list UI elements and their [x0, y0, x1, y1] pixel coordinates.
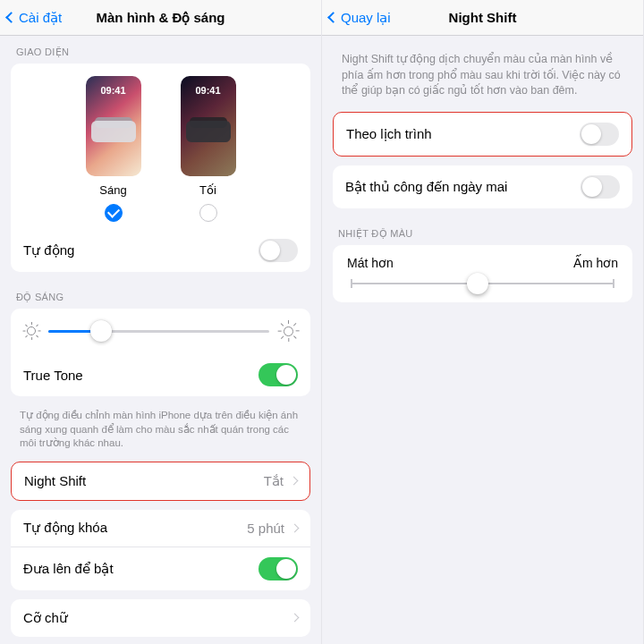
nav-bar: Quay lại Night Shift: [322, 0, 643, 36]
preview-dark: 09:41: [181, 76, 236, 176]
section-temperature-header: NHIỆT ĐỘ MÀU: [322, 217, 643, 245]
truetone-footnote: Tự động điều chỉnh màn hình iPhone dựa t…: [0, 405, 321, 462]
truetone-row[interactable]: True Tone: [11, 353, 310, 396]
scheduled-row[interactable]: Theo lịch trình: [334, 113, 631, 156]
temperature-slider[interactable]: [351, 283, 614, 284]
chevron-right-icon: [290, 477, 299, 486]
appearance-card: 09:41 Sáng 09:41 Tối: [11, 64, 310, 272]
nightshift-value: Tắt: [264, 473, 284, 489]
preview-time: 09:41: [181, 85, 236, 96]
nightshift-label: Night Shift: [24, 473, 86, 488]
display-brightness-pane: Cài đặt Màn hình & Độ sáng GIAO DIỆN 09:…: [0, 0, 322, 644]
appearance-option-dark[interactable]: 09:41 Tối: [181, 76, 236, 222]
auto-appearance-row[interactable]: Tự động: [11, 229, 310, 272]
scheduled-toggle[interactable]: [580, 123, 619, 146]
temperature-card: Mát hơn Ấm hơn: [333, 245, 632, 302]
textsize-label: Cỡ chữ: [23, 610, 68, 626]
truetone-label: True Tone: [23, 368, 83, 383]
manual-row[interactable]: Bật thủ công đến ngày mai: [333, 165, 632, 208]
textsize-row[interactable]: Cỡ chữ: [11, 599, 310, 637]
temperature-thumb[interactable]: [467, 273, 488, 294]
nightshift-row[interactable]: Night Shift Tắt: [12, 462, 309, 500]
appearance-previews: 09:41 Sáng 09:41 Tối: [11, 64, 310, 229]
manual-label: Bật thủ công đến ngày mai: [345, 179, 507, 195]
manual-toggle[interactable]: [580, 175, 620, 199]
preview-dark-label: Tối: [199, 183, 216, 197]
nightshift-pane: Quay lại Night Shift Night Shift tự động…: [322, 0, 644, 644]
nightshift-description: Night Shift tự động dịch chuyển màu của …: [322, 36, 643, 112]
raise-to-wake-row[interactable]: Đưa lên để bật: [11, 547, 310, 590]
back-button[interactable]: Cài đặt: [7, 10, 62, 26]
cooler-label: Mát hơn: [347, 256, 394, 270]
chevron-left-icon: [327, 12, 339, 23]
autolock-row[interactable]: Tự động khóa 5 phút: [11, 510, 310, 547]
back-button[interactable]: Quay lại: [329, 10, 391, 26]
raise-to-wake-label: Đưa lên để bật: [23, 561, 114, 577]
brightness-card: True Tone: [11, 309, 310, 396]
scheduled-card[interactable]: Theo lịch trình: [333, 112, 632, 157]
section-appearance-header: GIAO DIỆN: [0, 36, 321, 64]
raise-to-wake-toggle[interactable]: [258, 557, 298, 580]
brightness-slider-row: [11, 309, 310, 353]
chevron-right-icon: [291, 523, 300, 532]
chevron-left-icon: [5, 12, 17, 23]
auto-appearance-toggle[interactable]: [258, 239, 298, 262]
preview-light: 09:41: [86, 76, 141, 176]
section-brightness-header: ĐỘ SÁNG: [0, 281, 321, 309]
brightness-thumb[interactable]: [90, 320, 112, 342]
back-label: Cài đặt: [19, 10, 62, 26]
warmer-label: Ấm hơn: [573, 256, 618, 270]
preview-time: 09:41: [86, 85, 141, 96]
manual-card[interactable]: Bật thủ công đến ngày mai: [333, 165, 632, 208]
lock-card: Tự động khóa 5 phút Đưa lên để bật: [11, 510, 310, 590]
sun-large-icon: [278, 321, 298, 341]
scheduled-label: Theo lịch trình: [346, 126, 432, 142]
textsize-card[interactable]: Cỡ chữ: [11, 599, 310, 637]
appearance-option-light[interactable]: 09:41 Sáng: [86, 76, 141, 222]
autolock-label: Tự động khóa: [23, 520, 107, 536]
preview-light-label: Sáng: [99, 183, 126, 197]
auto-appearance-label: Tự động: [23, 242, 74, 258]
radio-dark[interactable]: [199, 204, 217, 222]
nav-bar: Cài đặt Màn hình & Độ sáng: [0, 0, 321, 36]
sun-small-icon: [23, 323, 39, 339]
chevron-right-icon: [291, 614, 300, 623]
radio-light[interactable]: [105, 204, 123, 222]
brightness-slider[interactable]: [48, 330, 269, 333]
autolock-value: 5 phút: [247, 521, 284, 536]
truetone-toggle[interactable]: [258, 363, 298, 386]
nightshift-card[interactable]: Night Shift Tắt: [11, 462, 310, 501]
back-label: Quay lại: [341, 10, 391, 26]
